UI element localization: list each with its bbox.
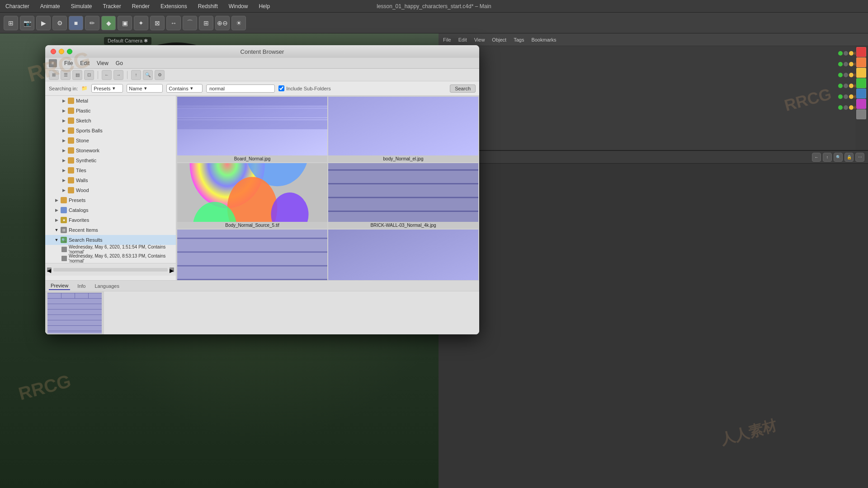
swatch-purple[interactable] [856,99,866,109]
cb-location-dropdown[interactable]: Presets ▾ [91,84,123,93]
sidebar-item-search-results[interactable]: ▼ 🔍 Search Results [45,235,176,245]
sidebar-item-stonework[interactable]: ▶ Stonework [45,145,176,155]
grid-item-board-normal[interactable]: Board_Normal.jpg [177,97,327,162]
tab-preview[interactable]: Preview [49,282,70,290]
attr-more-icon[interactable]: ⋯ [855,153,864,162]
obj-tag-dot[interactable] [849,62,854,66]
menu-extensions[interactable]: Extensions [159,2,189,10]
tab-info[interactable]: Info [75,282,87,290]
obj-menu-tags[interactable]: Tags [512,36,526,43]
cb-hamburger-icon[interactable]: ≡ [49,59,57,67]
grid-item-brick-wall-normal[interactable]: BRICK-WALL-03_Normal_4k.jpg [328,163,478,229]
obj-menu-view[interactable]: View [472,36,487,43]
sidebar-item-presets[interactable]: ▶ Presets [45,195,176,205]
minimize-button[interactable] [59,49,64,54]
close-button[interactable] [51,49,56,54]
obj-row-fire-hydrant[interactable]: 🔧 Fire Hydrant [439,80,868,91]
obj-vis-dot[interactable] [838,51,843,56]
swatch-blue[interactable] [856,89,866,99]
menu-window[interactable]: Window [227,2,250,10]
toolbar-deform-btn[interactable]: ✦ [134,16,148,30]
sidebar-item-metal[interactable]: ▶ Metal [45,96,176,106]
cb-search2-btn[interactable]: 🔍 [143,70,153,80]
obj-row-tree[interactable]: 🌲 Tree [439,70,868,80]
toolbar-spline-btn[interactable]: ⌒ [183,16,197,30]
sidebar-scroll-left[interactable]: ◀ [47,267,52,272]
sidebar-item-catalogs[interactable]: ▶ Catalogs [45,205,176,215]
menu-help[interactable]: Help [257,2,272,10]
toolbar-grid-btn[interactable]: ⊞ [199,16,213,30]
attr-lock-icon[interactable]: 🔒 [844,153,854,162]
attr-up-icon[interactable]: ↑ [823,153,832,162]
obj-vis-dot[interactable] [838,62,843,66]
toolbar-settings-btn[interactable]: ⚙ [52,16,67,30]
grid-item-body-normal-source[interactable]: Body_Normal_Source_5.tif [177,163,327,229]
sidebar-item-plastic[interactable]: ▶ Plastic [45,106,176,116]
cb-back-btn[interactable]: ← [102,70,112,80]
attr-search-icon[interactable]: 🔍 [834,153,843,162]
menu-character[interactable]: Character [4,2,31,10]
cb-up-btn[interactable]: ↑ [131,70,141,80]
obj-tag-dot[interactable] [849,94,854,99]
obj-tag-dot[interactable] [849,51,854,56]
sidebar-item-tiles[interactable]: ▶ Tiles [45,165,176,175]
cb-include-subfolders-label[interactable]: Include Sub-Folders [278,85,330,91]
tab-languages[interactable]: Languages [93,282,121,290]
search-result-item-1[interactable]: Wednesday, May 6, 2020, 1:51:54 PM, Cont… [45,245,176,254]
toolbar-io-btn[interactable]: ⊕⊖ [215,16,230,30]
obj-tag-dot[interactable] [849,73,854,77]
cb-menu-edit[interactable]: Edit [80,60,90,66]
grid-item-blue-plain[interactable] [328,230,478,280]
obj-menu-bookmarks[interactable]: Bookmarks [529,36,558,43]
sidebar-item-favorites[interactable]: ▶ ★ Favorites [45,215,176,225]
cb-include-subfolders-checkbox[interactable] [278,85,284,91]
cb-options-btn[interactable]: ⚙ [155,70,165,80]
obj-lock-dot[interactable] [844,62,848,66]
cb-grid-view-btn[interactable]: ⊞ [49,70,59,80]
search-result-item-2[interactable]: Wednesday, May 6, 2020, 8:53:13 PM, Cont… [45,254,176,263]
obj-lock-dot[interactable] [844,73,848,77]
sidebar-item-sketch[interactable]: ▶ Sketch [45,116,176,126]
obj-lock-dot[interactable] [844,51,848,56]
sidebar-scroll-right[interactable]: ▶ [170,267,174,272]
menu-animate[interactable]: Animate [38,2,62,10]
obj-vis-dot[interactable] [838,84,843,88]
toolbar-cube-btn[interactable]: ■ [69,16,83,30]
obj-row-building2[interactable]: 🏢 Building.2 [439,91,868,102]
sidebar-item-wood[interactable]: ▶ Wood [45,185,176,195]
menu-tracker[interactable]: Tracker [101,2,123,10]
cb-list-view-btn[interactable]: ☰ [61,70,71,80]
sidebar-item-recent-items[interactable]: ▼ ⊟ Recent Items [45,225,176,235]
toolbar-play-btn[interactable]: ▶ [36,16,51,30]
grid-item-brick-wall-normal2[interactable] [177,230,327,280]
toolbar-light-btn[interactable]: ☀ [231,16,246,30]
cb-icon-btn[interactable]: ⊡ [84,70,94,80]
toolbar-geo-btn[interactable]: ◆ [101,16,116,30]
cb-search-button[interactable]: Search [450,84,476,93]
toolbar-subdiv-btn[interactable]: ▣ [118,16,132,30]
swatch-yellow[interactable] [856,68,866,78]
obj-tag-dot[interactable] [849,105,854,110]
obj-lock-dot[interactable] [844,94,848,99]
toolbar-edit-btn[interactable]: ✏ [85,16,99,30]
obj-vis-dot[interactable] [838,94,843,99]
obj-row-street[interactable]: ▤ Street [439,59,868,70]
obj-tag-dot[interactable] [849,84,854,88]
toolbar-camera-btn[interactable]: 📷 [20,16,34,30]
cb-filter-type[interactable]: Contains ▾ [166,84,203,93]
sidebar-item-stone[interactable]: ▶ Stone [45,136,176,145]
attr-back-icon[interactable]: ← [812,153,821,162]
obj-row-light[interactable]: ☀ Light [439,48,868,59]
cb-filter-input[interactable] [206,84,275,93]
obj-vis-dot[interactable] [838,73,843,77]
obj-row-building1[interactable]: 🏢 Building.1 [439,102,868,113]
swatch-green[interactable] [856,78,866,88]
sidebar-scrollbar[interactable] [53,268,168,272]
cb-menu-file[interactable]: File [64,60,73,66]
toolbar-array-btn[interactable]: ⊠ [150,16,165,30]
cb-menu-go[interactable]: Go [116,60,123,66]
sidebar-item-sports-balls[interactable]: ▶ Sports Balls [45,126,176,136]
maximize-button[interactable] [67,49,72,54]
obj-vis-dot[interactable] [838,105,843,110]
grid-item-body-normal-el[interactable]: body_Normal_el.jpg [328,97,478,162]
